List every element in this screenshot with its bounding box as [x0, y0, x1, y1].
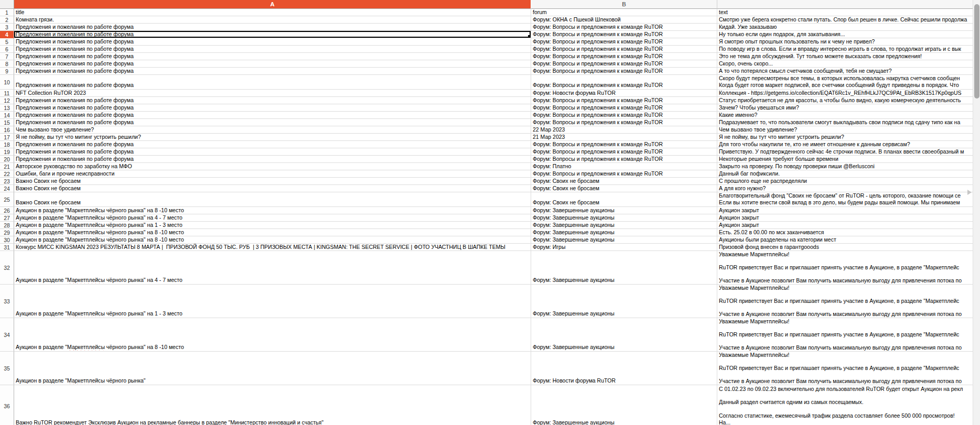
- column-header-c[interactable]: [717, 0, 973, 9]
- cell-B5[interactable]: Форум: Вопросы и предложения к команде R…: [531, 38, 717, 46]
- select-all-corner[interactable]: [0, 0, 14, 9]
- cell-A15[interactable]: Предложения и пожелания по работе форума: [14, 119, 531, 126]
- cell-A28[interactable]: Аукцион в разделе "Маркетплейсы чёрного …: [14, 222, 531, 229]
- cell-C8[interactable]: Скоро, очень скоро...: [717, 60, 973, 68]
- cell-A13[interactable]: Предложения и пожелания по работе форума: [14, 104, 531, 112]
- cell-B32[interactable]: Форум: Завершенные аукционы: [531, 251, 717, 285]
- cell-C29[interactable]: Есть. 25.02 в 00.00 по мск заканчивается: [717, 229, 973, 236]
- row-header-12[interactable]: 12: [0, 97, 14, 104]
- cell-C24[interactable]: А для кого нужно?: [717, 185, 973, 192]
- cell-C19[interactable]: Приветствую. У подтвержденного сейчас 4е…: [717, 148, 973, 156]
- cell-B28[interactable]: Форум: Завершенные аукционы: [531, 222, 717, 229]
- cell-A26[interactable]: Аукцион в разделе "Маркетплейсы чёрного …: [14, 207, 531, 214]
- cell-B21[interactable]: Форум: Платно: [531, 163, 717, 170]
- cell-B2[interactable]: Форум: ОКНА с Пшекой Шпековой: [531, 16, 717, 24]
- cell-C28[interactable]: Аукцион закрыт: [717, 222, 973, 229]
- row-header-25[interactable]: 25: [0, 192, 14, 207]
- cell-B1[interactable]: forum: [531, 9, 717, 16]
- cell-B11[interactable]: Форум: Новости форума RuTOR: [531, 90, 717, 97]
- cell-B31[interactable]: Форум: Игры: [531, 244, 717, 251]
- row-header-2[interactable]: 2: [0, 16, 14, 24]
- cell-A22[interactable]: Ошибки, баги и прочие неисправности: [14, 170, 531, 178]
- cell-B14[interactable]: Форум: Вопросы и предложения к команде R…: [531, 112, 717, 119]
- row-header-11[interactable]: 11: [0, 90, 14, 97]
- cell-A4[interactable]: Предложения и пожелания по работе форума: [14, 31, 531, 38]
- row-header-9[interactable]: 9: [0, 68, 14, 75]
- cell-B8[interactable]: Форум: Вопросы и предложения к команде R…: [531, 60, 717, 68]
- row-header-13[interactable]: 13: [0, 104, 14, 112]
- row-header-6[interactable]: 6: [0, 46, 14, 53]
- cell-C9[interactable]: А то что потерялся смысл счетчиков сообщ…: [717, 68, 973, 75]
- row-header-14[interactable]: 14: [0, 112, 14, 119]
- column-header-a[interactable]: A: [14, 0, 531, 9]
- cell-C5[interactable]: Я смотрю опыт прошлых пользователь ни к …: [717, 38, 973, 46]
- cell-B25[interactable]: Форум: Своих не бросаем: [531, 192, 717, 207]
- cell-A16[interactable]: Чем вызвано твое удивление?: [14, 126, 531, 134]
- cell-B18[interactable]: Форум: Вопросы и предложения к команде R…: [531, 141, 717, 148]
- cell-B16[interactable]: 22 Мар 2023: [531, 126, 717, 134]
- cell-C12[interactable]: Статус приобретается не для красоты, а ч…: [717, 97, 973, 104]
- row-header-17[interactable]: 17: [0, 134, 14, 141]
- cell-C7[interactable]: Это не тема для обсуждений. Тут только м…: [717, 53, 973, 60]
- row-header-29[interactable]: 29: [0, 229, 14, 236]
- row-header-19[interactable]: 19: [0, 148, 14, 156]
- cell-B15[interactable]: Форум: Вопросы и предложения к команде R…: [531, 119, 717, 126]
- cell-B34[interactable]: Форум: Завершенные аукционы: [531, 318, 717, 352]
- row-header-34[interactable]: 34: [0, 318, 14, 352]
- cell-A33[interactable]: Аукцион в разделе "Маркетплейсы чёрного …: [14, 285, 531, 318]
- cell-B10[interactable]: Форум: Вопросы и предложения к команде R…: [531, 75, 717, 90]
- row-header-30[interactable]: 30: [0, 236, 14, 244]
- row-header-26[interactable]: 26: [0, 207, 14, 214]
- cell-B4[interactable]: Форум: Вопросы и предложения к команде R…: [531, 31, 717, 38]
- cell-C13[interactable]: Зачем? Чтобы увешаться ими?: [717, 104, 973, 112]
- cell-A6[interactable]: Предложения и пожелания по работе форума: [14, 46, 531, 53]
- row-header-32[interactable]: 32: [0, 251, 14, 285]
- row-header-22[interactable]: 22: [0, 170, 14, 178]
- cell-A11[interactable]: NFT Collection RuTOR 2023: [14, 90, 531, 97]
- cell-B36[interactable]: Форум: Завершенные аукционы: [531, 385, 717, 425]
- cell-C14[interactable]: Какие именно?: [717, 112, 973, 119]
- cell-A19[interactable]: Предложения и пожелания по работе форума: [14, 148, 531, 156]
- cell-C6[interactable]: По поводу игр в слова. Если и вправду ин…: [717, 46, 973, 53]
- cell-A17[interactable]: Я не пойму, вы тут что митинг устроить р…: [14, 134, 531, 141]
- cell-A36[interactable]: Важно RuTOR рекомендует Эксклюзив Аукцио…: [14, 385, 531, 425]
- cell-C35[interactable]: Уважаемые Маркетплейсы! RuTOR приветству…: [717, 352, 973, 385]
- cell-A20[interactable]: Предложения и пожелания по работе форума: [14, 156, 531, 163]
- cell-A25[interactable]: Важно Своих не бросаем: [14, 192, 531, 207]
- cell-A2[interactable]: Комната грязи.: [14, 16, 531, 24]
- row-header-27[interactable]: 27: [0, 214, 14, 222]
- cell-C27[interactable]: Аукцион закрыт: [717, 214, 973, 222]
- cell-A10[interactable]: Предложения и пожелания по работе форума: [14, 75, 531, 90]
- cell-B17[interactable]: 21 Мар 2023: [531, 134, 717, 141]
- row-header-21[interactable]: 21: [0, 163, 14, 170]
- cell-C23[interactable]: С прошлого еще не распределяли: [717, 178, 973, 185]
- cell-A34[interactable]: Аукцион в разделе "Маркетплейсы чёрного …: [14, 318, 531, 352]
- cell-C31[interactable]: Призовой фонд внесен в гарантgooods: [717, 244, 973, 251]
- cell-C11[interactable]: Коллекция - https://getgems.io/collectio…: [717, 90, 973, 97]
- row-header-3[interactable]: 3: [0, 24, 14, 31]
- cell-A8[interactable]: Предложения и пожелания по работе форума: [14, 60, 531, 68]
- cell-C36[interactable]: С 01.02.23 по 09.02.23 включительно для …: [717, 385, 973, 425]
- cell-B22[interactable]: Форум: Вопросы и предложения к команде R…: [531, 170, 717, 178]
- cell-B23[interactable]: Форум: Своих не бросаем: [531, 178, 717, 185]
- cell-C15[interactable]: Подразумевает то, что пользователи смогу…: [717, 119, 973, 126]
- cell-A7[interactable]: Предложения и пожелания по работе форума: [14, 53, 531, 60]
- row-header-28[interactable]: 28: [0, 222, 14, 229]
- cell-C18[interactable]: Для того чтобы накупили те, кто не имеет…: [717, 141, 973, 148]
- row-header-23[interactable]: 23: [0, 178, 14, 185]
- cell-C21[interactable]: Закрыто на проверку. По поводу проверки …: [717, 163, 973, 170]
- row-header-8[interactable]: 8: [0, 60, 14, 68]
- row-header-5[interactable]: 5: [0, 38, 14, 46]
- cell-B33[interactable]: Форум: Завершенные аукционы: [531, 285, 717, 318]
- row-header-18[interactable]: 18: [0, 141, 14, 148]
- cell-A1[interactable]: title: [14, 9, 531, 16]
- cell-A32[interactable]: Аукцион в разделе "Маркетплейсы чёрного …: [14, 251, 531, 285]
- cell-A9[interactable]: Предложения и пожелания по работе форума: [14, 68, 531, 75]
- cell-C25[interactable]: Благотворительный фонд "Своих не бросаем…: [717, 192, 973, 207]
- cell-C33[interactable]: Уважаемые Маркетплейсы! RuTOR приветству…: [717, 285, 973, 318]
- cell-C17[interactable]: Я не пойму, вы тут что митинг устроить р…: [717, 134, 973, 141]
- cell-C20[interactable]: Некоторые решения требуют больше времени: [717, 156, 973, 163]
- cell-C32[interactable]: Уважаемые Маркетплейсы! RuTOR приветству…: [717, 251, 973, 285]
- cell-B6[interactable]: Форум: Вопросы и предложения к команде R…: [531, 46, 717, 53]
- row-header-33[interactable]: 33: [0, 285, 14, 318]
